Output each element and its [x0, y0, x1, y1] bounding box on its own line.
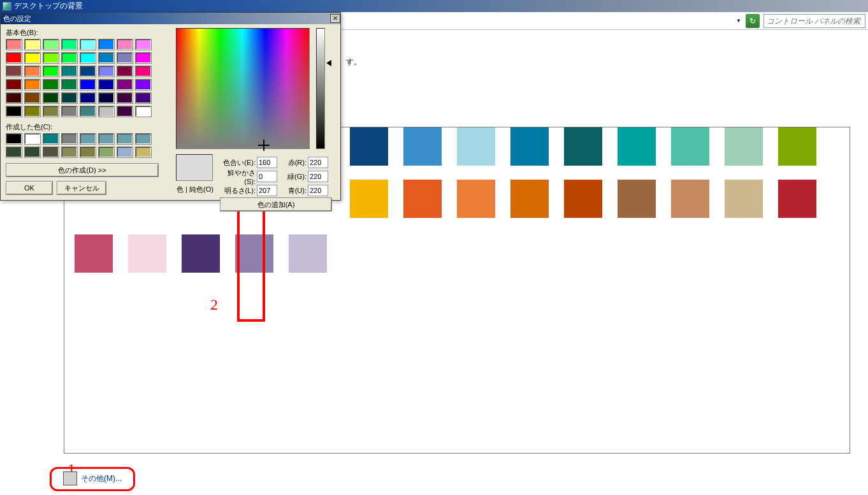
- palette-swatch[interactable]: [182, 234, 220, 273]
- palette-swatch[interactable]: [778, 180, 816, 218]
- custom-color-swatch[interactable]: [117, 133, 133, 145]
- palette-swatch[interactable]: [510, 180, 549, 218]
- custom-color-swatch[interactable]: [61, 147, 78, 158]
- basic-color-swatch[interactable]: [80, 39, 96, 50]
- cancel-button[interactable]: キャンセル: [57, 181, 106, 195]
- basic-color-swatch[interactable]: [80, 92, 96, 104]
- search-input[interactable]: [763, 14, 865, 28]
- breadcrumb-dropdown-icon[interactable]: ▼: [734, 15, 743, 27]
- basic-color-swatch[interactable]: [61, 79, 78, 90]
- luminance-slider[interactable]: [316, 28, 325, 149]
- custom-color-swatch[interactable]: [24, 147, 41, 158]
- basic-color-swatch[interactable]: [80, 79, 96, 90]
- basic-color-swatch[interactable]: [135, 79, 152, 90]
- custom-color-swatch[interactable]: [80, 147, 96, 158]
- palette-swatch[interactable]: [128, 234, 166, 273]
- luminance-arrow-icon[interactable]: [326, 60, 331, 66]
- custom-color-swatch[interactable]: [135, 147, 152, 158]
- palette-swatch[interactable]: [725, 180, 763, 218]
- basic-color-swatch[interactable]: [135, 106, 152, 117]
- basic-color-swatch[interactable]: [61, 39, 78, 50]
- palette-swatch[interactable]: [510, 127, 549, 166]
- basic-color-swatch[interactable]: [117, 106, 133, 117]
- basic-color-swatch[interactable]: [117, 39, 133, 50]
- palette-swatch[interactable]: [289, 234, 327, 273]
- palette-swatch[interactable]: [403, 127, 442, 166]
- basic-color-swatch[interactable]: [6, 106, 22, 117]
- basic-color-swatch[interactable]: [117, 66, 133, 77]
- basic-color-swatch[interactable]: [61, 52, 78, 64]
- lum-input[interactable]: [257, 185, 277, 196]
- basic-color-swatch[interactable]: [98, 66, 115, 77]
- palette-swatch[interactable]: [671, 180, 709, 218]
- basic-color-swatch[interactable]: [43, 39, 59, 50]
- basic-color-swatch[interactable]: [135, 66, 152, 77]
- basic-color-swatch[interactable]: [135, 39, 152, 50]
- hue-input[interactable]: [257, 157, 277, 168]
- define-colors-button[interactable]: 色の作成(D) >>: [6, 163, 159, 177]
- basic-color-swatch[interactable]: [43, 106, 59, 117]
- close-button[interactable]: ✕: [330, 14, 340, 23]
- custom-color-swatch[interactable]: [117, 147, 133, 158]
- basic-color-swatch[interactable]: [117, 92, 133, 104]
- basic-color-swatch[interactable]: [135, 52, 152, 64]
- basic-color-swatch[interactable]: [98, 92, 115, 104]
- custom-color-swatch[interactable]: [24, 133, 41, 145]
- palette-swatch[interactable]: [618, 127, 656, 166]
- sat-input[interactable]: [257, 171, 277, 182]
- palette-swatch[interactable]: [778, 127, 816, 166]
- palette-swatch[interactable]: [457, 180, 495, 218]
- palette-swatch[interactable]: [457, 127, 495, 166]
- palette-swatch[interactable]: [618, 180, 656, 218]
- palette-swatch[interactable]: [350, 180, 388, 218]
- blue-input[interactable]: [308, 185, 328, 196]
- refresh-button[interactable]: ↻: [746, 14, 760, 28]
- basic-color-swatch[interactable]: [98, 52, 115, 64]
- color-gradient[interactable]: [176, 28, 310, 149]
- green-input[interactable]: [308, 171, 328, 182]
- custom-color-swatch[interactable]: [98, 133, 115, 145]
- palette-swatch[interactable]: [564, 180, 602, 218]
- custom-color-swatch[interactable]: [6, 133, 22, 145]
- palette-swatch[interactable]: [75, 234, 113, 273]
- basic-color-swatch[interactable]: [6, 79, 22, 90]
- custom-color-swatch[interactable]: [6, 147, 22, 158]
- palette-swatch[interactable]: [403, 180, 442, 218]
- custom-color-swatch[interactable]: [80, 133, 96, 145]
- basic-color-swatch[interactable]: [24, 66, 41, 77]
- basic-color-swatch[interactable]: [43, 92, 59, 104]
- basic-color-swatch[interactable]: [6, 52, 22, 64]
- basic-color-swatch[interactable]: [61, 92, 78, 104]
- basic-color-swatch[interactable]: [6, 66, 22, 77]
- ok-button[interactable]: OK: [6, 181, 53, 195]
- basic-color-swatch[interactable]: [24, 39, 41, 50]
- custom-color-swatch[interactable]: [135, 133, 152, 145]
- basic-color-swatch[interactable]: [24, 52, 41, 64]
- basic-color-swatch[interactable]: [24, 106, 41, 117]
- basic-color-swatch[interactable]: [117, 79, 133, 90]
- basic-color-swatch[interactable]: [80, 52, 96, 64]
- basic-color-swatch[interactable]: [43, 52, 59, 64]
- basic-color-swatch[interactable]: [61, 106, 78, 117]
- palette-swatch[interactable]: [564, 127, 602, 166]
- custom-color-swatch[interactable]: [98, 147, 115, 158]
- basic-color-swatch[interactable]: [80, 106, 96, 117]
- custom-color-swatch[interactable]: [61, 133, 78, 145]
- basic-color-swatch[interactable]: [43, 66, 59, 77]
- basic-color-swatch[interactable]: [98, 106, 115, 117]
- basic-color-swatch[interactable]: [6, 39, 22, 50]
- custom-color-swatch[interactable]: [43, 133, 59, 145]
- basic-color-swatch[interactable]: [135, 92, 152, 104]
- palette-swatch[interactable]: [671, 127, 709, 166]
- basic-color-swatch[interactable]: [43, 79, 59, 90]
- other-color-button[interactable]: その他(M)...: [50, 467, 135, 491]
- basic-color-swatch[interactable]: [24, 79, 41, 90]
- basic-color-swatch[interactable]: [98, 79, 115, 90]
- palette-swatch[interactable]: [725, 127, 763, 166]
- custom-color-swatch[interactable]: [43, 147, 59, 158]
- palette-swatch[interactable]: [350, 127, 388, 166]
- palette-swatch[interactable]: [235, 234, 273, 273]
- red-input[interactable]: [308, 157, 328, 168]
- basic-color-swatch[interactable]: [6, 92, 22, 104]
- add-color-button[interactable]: 色の追加(A): [220, 197, 332, 212]
